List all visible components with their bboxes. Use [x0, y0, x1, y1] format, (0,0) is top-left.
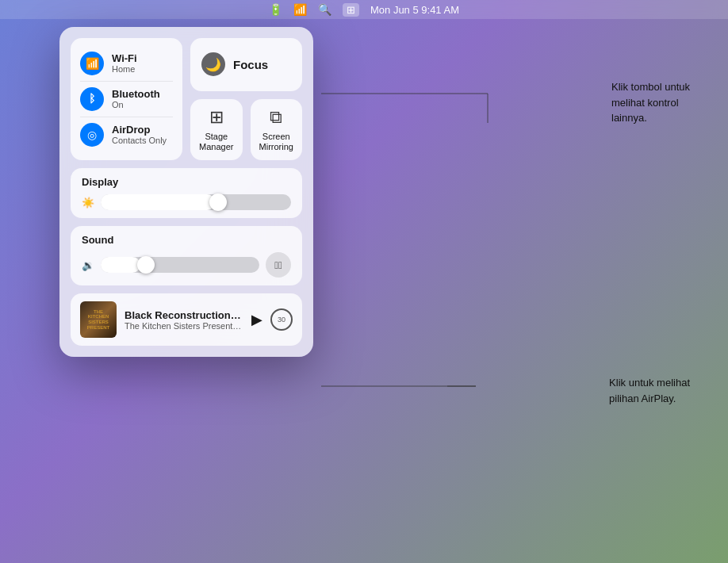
skip-button[interactable]: 30	[270, 308, 293, 331]
sound-section: Sound 🔉 ▷⃝	[71, 226, 302, 285]
wifi-status: Home	[112, 64, 137, 75]
bluetooth-item[interactable]: ᛒ Bluetooth On	[80, 82, 173, 117]
wifi-text: Wi-Fi Home	[112, 52, 137, 75]
annotation-2: Klik untuk melihat pilihan AirPlay.	[609, 375, 690, 406]
now-playing-controls: ▶ 30	[251, 308, 293, 331]
airdrop-item[interactable]: ◎ AirDrop Contacts Only	[80, 117, 173, 152]
sound-slider-row: 🔉 ▷⃝	[82, 252, 291, 278]
play-button[interactable]: ▶	[251, 311, 262, 328]
menubar-center: 🔋 📶 🔍 ⊞ Mon Jun 5 9:41 AM	[269, 3, 459, 17]
volume-icon: 🔉	[82, 259, 94, 271]
screen-mirroring-button[interactable]: ⧉ Screen Mirroring	[251, 99, 303, 160]
ann1-line3: lainnya.	[611, 112, 647, 124]
brightness-fill	[101, 194, 215, 210]
airdrop-icon: ◎	[80, 123, 104, 147]
focus-icon: 🌙	[201, 52, 225, 76]
bluetooth-text: Bluetooth On	[112, 88, 160, 111]
wifi-item[interactable]: 📶 Wi-Fi Home	[80, 46, 173, 82]
stage-manager-label: Stage Manager	[197, 132, 236, 152]
now-playing-title: Black Reconstruction in America...	[125, 309, 243, 321]
airplay-icon: ▷⃝	[274, 259, 282, 271]
ann2-line1: Klik untuk melihat	[609, 377, 690, 389]
bottom-right-buttons: ⊞ Stage Manager ⧉ Screen Mirroring	[190, 99, 302, 160]
album-art: THEKITCHENSISTERSPRESENT	[80, 301, 117, 338]
ann2-line2: pilihan AirPlay.	[609, 393, 676, 404]
brightness-slider-row: ☀️	[82, 194, 291, 210]
brightness-icon: ☀️	[82, 197, 94, 209]
menubar-datetime: Mon Jun 5 9:41 AM	[370, 4, 459, 16]
display-section: Display ☀️	[71, 168, 302, 218]
bluetooth-name: Bluetooth	[112, 88, 160, 101]
screen-mirroring-label: Screen Mirroring	[257, 132, 297, 152]
right-column: 🌙 Focus ⊞ Stage Manager ⧉ Screen Mirrori…	[190, 38, 302, 160]
airplay-button[interactable]: ▷⃝	[266, 252, 291, 278]
annotation-1: Klik tombol untuk melihat kontrol lainny…	[611, 79, 690, 126]
stage-manager-icon: ⊞	[209, 107, 224, 128]
brightness-thumb[interactable]	[209, 193, 227, 211]
battery-icon: 🔋	[269, 3, 282, 16]
airdrop-text: AirDrop Contacts Only	[112, 124, 167, 147]
volume-thumb[interactable]	[137, 256, 155, 274]
wifi-name: Wi-Fi	[112, 52, 137, 65]
search-icon[interactable]: 🔍	[318, 3, 331, 16]
ann1-line2: melihat kontrol	[611, 97, 679, 109]
control-center-icon[interactable]: ⊞	[343, 3, 359, 17]
wifi-icon: 📶	[80, 52, 104, 75]
stage-manager-button[interactable]: ⊞ Stage Manager	[190, 99, 243, 160]
skip-icon: 30	[278, 316, 285, 324]
volume-track[interactable]	[101, 257, 259, 273]
airdrop-name: AirDrop	[112, 124, 167, 136]
top-section: 📶 Wi-Fi Home ᛒ Bluetooth On	[71, 38, 302, 160]
control-center-panel: 📶 Wi-Fi Home ᛒ Bluetooth On	[59, 27, 313, 357]
sound-label: Sound	[82, 234, 291, 246]
focus-label: Focus	[233, 58, 268, 71]
now-playing-section: THEKITCHENSISTERSPRESENT Black Reconstru…	[71, 293, 302, 346]
volume-fill	[101, 257, 140, 273]
menubar: 🔋 📶 🔍 ⊞ Mon Jun 5 9:41 AM	[0, 0, 728, 19]
ann1-line1: Klik tombol untuk	[611, 81, 690, 93]
display-label: Display	[82, 176, 291, 188]
airdrop-status: Contacts Only	[112, 136, 167, 146]
screen-mirroring-icon: ⧉	[270, 107, 282, 128]
brightness-track[interactable]	[101, 194, 291, 210]
connectivity-group: 📶 Wi-Fi Home ᛒ Bluetooth On	[71, 38, 182, 160]
wifi-menu-icon: 📶	[293, 3, 307, 16]
bluetooth-icon: ᛒ	[80, 87, 104, 111]
now-playing-subtitle: The Kitchen Sisters Present – March 7, 2…	[125, 321, 243, 331]
bluetooth-status: On	[112, 100, 160, 110]
focus-button[interactable]: 🌙 Focus	[190, 38, 302, 91]
now-playing-info: Black Reconstruction in America... The K…	[125, 309, 243, 331]
